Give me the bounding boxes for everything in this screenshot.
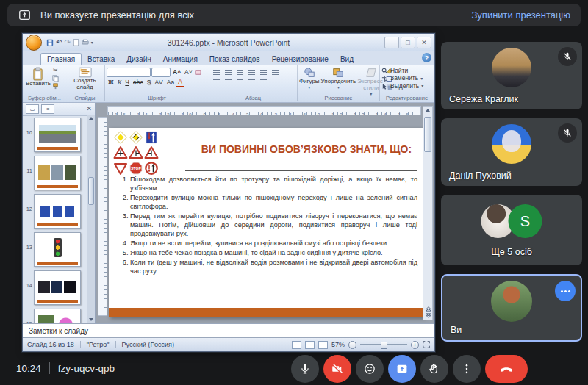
participant-name: Даніл Пуховий	[449, 170, 512, 181]
self-tile[interactable]: Ви	[441, 274, 582, 342]
bullets-button[interactable]	[211, 68, 222, 76]
save-icon[interactable]	[46, 39, 54, 46]
previous-slide-icon[interactable]	[426, 306, 431, 312]
maximize-button[interactable]: □	[401, 37, 415, 48]
language-indicator[interactable]: Русский (Россия)	[122, 341, 174, 348]
slide-thumbnail-11[interactable]	[34, 156, 81, 190]
align-left-button[interactable]	[211, 77, 222, 86]
fit-to-window-icon[interactable]	[423, 341, 430, 348]
slide-scrollbar[interactable]	[423, 106, 433, 320]
office-button[interactable]	[26, 35, 42, 51]
next-slide-icon[interactable]	[426, 313, 431, 319]
new-slide-button[interactable]: Создать слайд ▾	[67, 67, 103, 96]
list-item: Пішоходам дозволяється йти по тротуару т…	[130, 175, 417, 192]
more-options-button[interactable]	[453, 355, 481, 383]
minimize-button[interactable]: ─	[384, 37, 399, 48]
outline-tab-icon[interactable]: ≡	[41, 104, 54, 114]
numbering-button[interactable]	[223, 68, 234, 76]
italic-button[interactable]: К	[116, 79, 123, 87]
format-painter-icon[interactable]	[52, 83, 59, 90]
slide-thumbnail-12[interactable]	[34, 194, 81, 229]
font-size-combo[interactable]	[151, 68, 171, 77]
paste-button[interactable]: Вставить	[26, 67, 51, 87]
slide-canvas[interactable]: STOP ВИ ПОВИННІ ОБОВ’ЯЗКОВО ЗНАТИ, ЩО: П…	[109, 128, 425, 317]
participant-tile[interactable]: Серёжа Краглик	[441, 42, 582, 109]
thumbnail-scrollbar[interactable]	[87, 115, 95, 323]
tab-animation[interactable]: Анимация	[157, 54, 204, 65]
slides-tab-icon[interactable]: ▭	[26, 104, 39, 114]
help-icon[interactable]: ?	[422, 53, 431, 62]
camera-off-button[interactable]	[323, 355, 351, 383]
close-pane-icon[interactable]: ✕	[86, 106, 92, 112]
find-button[interactable]: Найти	[381, 68, 432, 74]
zoom-out-button[interactable]: −	[348, 341, 356, 349]
microphone-button[interactable]	[291, 355, 319, 383]
quick-access-toolbar: ↶ ↷ ▾	[46, 39, 93, 46]
self-label: Ви	[451, 325, 462, 335]
justify-button[interactable]	[246, 77, 257, 86]
change-case-button[interactable]: Аа	[165, 79, 176, 87]
new-slide-icon[interactable]	[73, 39, 79, 46]
line-spacing-button[interactable]	[258, 68, 269, 76]
close-button[interactable]: ✕	[417, 37, 431, 48]
tab-home[interactable]: Главная	[40, 53, 82, 65]
print-icon[interactable]	[82, 39, 89, 46]
clear-formatting-icon[interactable]	[195, 69, 201, 76]
zoom-slider-thumb[interactable]	[381, 342, 387, 349]
leave-call-button[interactable]	[485, 355, 528, 383]
shapes-button[interactable]: Фигуры▾	[299, 67, 320, 90]
slide-body-list: Пішоходам дозволяється йти по тротуару т…	[118, 175, 417, 276]
grow-font-button[interactable]: А˄	[171, 68, 182, 76]
character-spacing-button[interactable]: АV	[153, 79, 164, 87]
scroll-down-icon[interactable]	[89, 318, 93, 321]
zoom-in-button[interactable]: +	[411, 341, 419, 349]
overflow-participants-tile[interactable]: S Ще 5 осіб	[441, 195, 582, 265]
notes-pane[interactable]: Заметки к слайду	[23, 323, 434, 337]
slideshow-view-icon[interactable]	[318, 341, 328, 349]
scroll-up-icon[interactable]	[426, 109, 430, 112]
underline-button[interactable]: Ч	[123, 79, 131, 87]
text-direction-button[interactable]	[270, 68, 281, 76]
font-color-button[interactable]: А	[176, 78, 184, 87]
tab-slideshow[interactable]: Показ слайдов	[204, 54, 266, 65]
reactions-button[interactable]	[356, 355, 384, 383]
undo-icon[interactable]: ↶	[56, 39, 62, 46]
stop-presenting-button[interactable]	[388, 355, 416, 383]
copy-icon[interactable]	[52, 75, 59, 82]
tile-more-options-button[interactable]	[555, 281, 576, 301]
google-meet-window: Ви показуєте презентацію для всіх Зупини…	[0, 0, 588, 385]
columns-button[interactable]	[258, 77, 269, 86]
tab-view[interactable]: Вид	[334, 54, 359, 65]
tab-insert[interactable]: Вставка	[82, 54, 121, 65]
slide-thumbnail-10[interactable]	[34, 118, 81, 152]
select-button[interactable]: Выделить▾	[381, 83, 432, 90]
slide-thumbnail-13[interactable]	[34, 232, 81, 267]
slide-sorter-view-icon[interactable]	[305, 341, 315, 349]
shrink-font-button[interactable]: А˅	[183, 68, 194, 76]
raise-hand-button[interactable]	[420, 355, 448, 383]
redo-icon[interactable]: ↷	[64, 39, 70, 46]
increase-indent-button[interactable]	[246, 68, 257, 76]
normal-view-icon[interactable]	[292, 341, 301, 349]
crossroad-sign-icon	[113, 145, 128, 160]
decrease-indent-button[interactable]	[234, 68, 245, 76]
scroll-up-icon[interactable]	[89, 117, 93, 120]
cut-icon[interactable]: ✂	[53, 68, 58, 73]
slide-thumbnail-15[interactable]	[34, 309, 81, 323]
font-name-combo[interactable]	[107, 68, 151, 77]
text-shadow-button[interactable]: S	[146, 79, 153, 87]
qat-more-icon[interactable]: ▾	[91, 40, 93, 45]
strikethrough-button[interactable]: abc	[132, 79, 145, 87]
tab-design[interactable]: Дизайн	[121, 54, 157, 65]
participant-tile[interactable]: Даніл Пуховий	[441, 118, 582, 186]
replace-button[interactable]: Заменить▾	[381, 75, 432, 82]
slide-thumbnail-14[interactable]	[34, 270, 81, 305]
tab-review[interactable]: Рецензирование	[266, 54, 334, 65]
arrange-button[interactable]: Упорядочить▾	[321, 67, 356, 90]
align-right-button[interactable]	[234, 77, 245, 86]
align-center-button[interactable]	[223, 77, 234, 86]
bold-button[interactable]: Ж	[107, 79, 115, 87]
stop-presentation-button[interactable]: Зупинити презентацію	[472, 10, 570, 21]
slide-title: ВИ ПОВИННІ ОБОВ’ЯЗКОВО ЗНАТИ, ЩО:	[191, 143, 422, 155]
zoom-slider[interactable]	[360, 344, 407, 345]
